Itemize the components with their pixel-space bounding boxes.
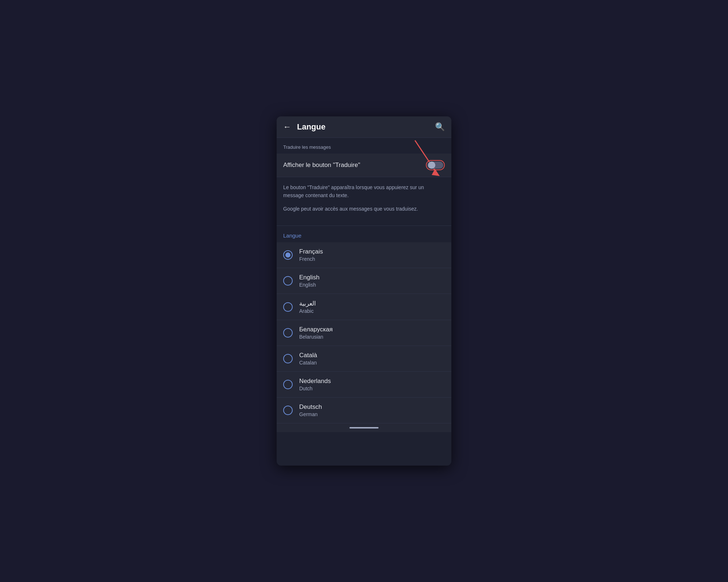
list-item[interactable]: Français French	[277, 242, 451, 268]
radio-english[interactable]	[283, 276, 293, 286]
description-block: Le bouton "Traduire" apparaîtra lorsque …	[277, 177, 451, 226]
radio-dutch[interactable]	[283, 380, 293, 389]
list-item[interactable]: Беларуская Belarusian	[277, 320, 451, 346]
radio-inner-francais	[285, 252, 290, 258]
bottom-bar	[277, 423, 451, 432]
search-icon[interactable]: 🔍	[435, 122, 445, 132]
radio-francais[interactable]	[283, 250, 293, 260]
description-text-2: Google peut avoir accès aux messages que…	[283, 205, 445, 213]
radio-belarusian[interactable]	[283, 328, 293, 338]
language-list: Français French English English العربية …	[277, 242, 451, 423]
phone-screen: ← Langue 🔍 Traduire les messages Affiche…	[277, 116, 451, 466]
language-name-english: English	[299, 274, 320, 281]
language-name-dutch: Nederlands	[299, 378, 331, 385]
list-item[interactable]: العربية Arabic	[277, 294, 451, 320]
back-icon[interactable]: ←	[283, 122, 291, 132]
language-subtitle-dutch: Dutch	[299, 386, 331, 391]
language-text-german: Deutsch German	[299, 403, 322, 417]
toggle-track	[427, 162, 443, 169]
list-item[interactable]: Català Catalan	[277, 346, 451, 372]
language-subtitle-francais: French	[299, 256, 323, 262]
radio-catalan[interactable]	[283, 354, 293, 363]
language-text-dutch: Nederlands Dutch	[299, 378, 331, 391]
language-subtitle-english: English	[299, 282, 320, 288]
radio-german[interactable]	[283, 406, 293, 415]
language-name-catalan: Català	[299, 352, 317, 359]
radio-arabic[interactable]	[283, 302, 293, 312]
bottom-indicator	[349, 427, 379, 428]
translate-toggle[interactable]	[426, 160, 445, 170]
header: ← Langue 🔍	[277, 116, 451, 138]
language-name-belarusian: Беларуская	[299, 326, 333, 333]
toggle-thumb	[428, 162, 435, 169]
language-text-belarusian: Беларуская Belarusian	[299, 326, 333, 340]
page-title: Langue	[297, 122, 429, 132]
list-item[interactable]: Deutsch German	[277, 398, 451, 423]
language-subtitle-catalan: Catalan	[299, 360, 317, 366]
description-text-1: Le bouton "Traduire" apparaîtra lorsque …	[283, 184, 445, 199]
language-subtitle-german: German	[299, 411, 322, 417]
language-text-english: English English	[299, 274, 320, 288]
show-translate-label: Afficher le bouton "Traduire"	[283, 162, 360, 169]
section-header-translate: Traduire les messages	[277, 138, 451, 154]
language-subtitle-arabic: Arabic	[299, 308, 316, 314]
language-name-francais: Français	[299, 248, 323, 255]
language-text-francais: Français French	[299, 248, 323, 262]
langue-section-header: Langue	[277, 226, 451, 242]
language-name-arabic: العربية	[299, 300, 316, 307]
language-text-arabic: العربية Arabic	[299, 300, 316, 314]
language-text-catalan: Català Catalan	[299, 352, 317, 366]
list-item[interactable]: Nederlands Dutch	[277, 372, 451, 398]
show-translate-button-row[interactable]: Afficher le bouton "Traduire"	[277, 154, 451, 177]
language-name-german: Deutsch	[299, 403, 322, 411]
language-subtitle-belarusian: Belarusian	[299, 334, 333, 340]
list-item[interactable]: English English	[277, 268, 451, 294]
